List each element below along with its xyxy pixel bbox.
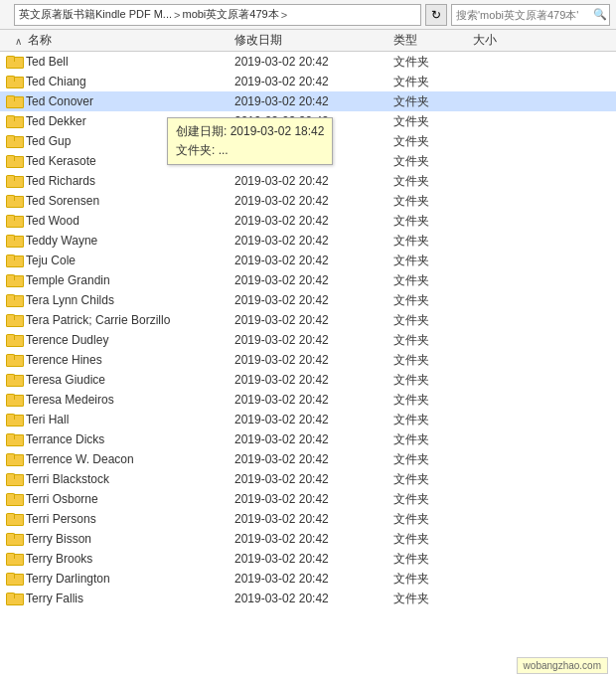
file-date: 2019-03-02 20:42 bbox=[234, 313, 393, 327]
file-name: Ted Wood bbox=[26, 214, 234, 228]
table-row[interactable]: Terrence W. Deacon2019-03-02 20:42文件夹 bbox=[0, 449, 616, 469]
file-type: 文件夹 bbox=[393, 193, 473, 210]
file-name: Terri Osborne bbox=[26, 492, 234, 506]
table-row[interactable]: Teresa Medeiros2019-03-02 20:42文件夹 bbox=[0, 390, 616, 410]
table-row[interactable]: Terry Darlington2019-03-02 20:42文件夹 bbox=[0, 569, 616, 589]
folder-icon bbox=[6, 453, 22, 466]
col-header-date[interactable]: 修改日期 bbox=[234, 32, 393, 49]
file-type: 文件夹 bbox=[393, 332, 473, 349]
folder-icon bbox=[6, 255, 22, 267]
file-name: Terri Blackstock bbox=[26, 472, 234, 486]
folder-icon bbox=[6, 115, 22, 128]
table-row[interactable]: Terry Bisson2019-03-02 20:42文件夹 bbox=[0, 529, 616, 549]
table-row[interactable]: Ted Conover2019-03-02 20:42文件夹 bbox=[0, 91, 616, 111]
table-row[interactable]: Terry Brooks2019-03-02 20:42文件夹 bbox=[0, 549, 616, 569]
file-type: 文件夹 bbox=[393, 531, 473, 548]
table-row[interactable]: Terence Hines2019-03-02 20:42文件夹 bbox=[0, 350, 616, 370]
folder-icon bbox=[6, 235, 22, 248]
table-row[interactable]: Terri Blackstock2019-03-02 20:42文件夹 bbox=[0, 469, 616, 489]
folder-icon bbox=[6, 414, 22, 426]
file-type: 文件夹 bbox=[393, 173, 473, 190]
search-icon[interactable]: 🔍 bbox=[593, 8, 607, 21]
col-header-type[interactable]: 类型 bbox=[393, 32, 473, 49]
file-type: 文件夹 bbox=[393, 113, 473, 130]
table-row[interactable]: Ted Richards2019-03-02 20:42文件夹 bbox=[0, 171, 616, 191]
file-type: 文件夹 bbox=[393, 372, 473, 389]
table-row[interactable]: Teddy Wayne2019-03-02 20:42文件夹 bbox=[0, 231, 616, 251]
table-row[interactable]: Temple Grandin2019-03-02 20:42文件夹 bbox=[0, 270, 616, 290]
file-name: Teresa Giudice bbox=[26, 373, 234, 387]
file-name: Teresa Medeiros bbox=[26, 393, 234, 407]
folder-icon bbox=[6, 513, 22, 526]
col-header-size[interactable]: 大小 bbox=[473, 32, 533, 49]
file-name: Ted Chiang bbox=[26, 75, 234, 88]
file-name: Temple Grandin bbox=[26, 273, 234, 287]
file-date: 2019-03-02 20:42 bbox=[234, 333, 393, 347]
file-name: Terrence W. Deacon bbox=[26, 452, 234, 466]
file-date: 2019-03-02 20:42 bbox=[234, 353, 393, 367]
table-row[interactable]: Teri Hall2019-03-02 20:42文件夹 bbox=[0, 410, 616, 429]
search-input[interactable] bbox=[456, 9, 593, 21]
file-type: 文件夹 bbox=[393, 233, 473, 250]
table-row[interactable]: Ted Wood2019-03-02 20:42文件夹 bbox=[0, 211, 616, 231]
folder-icon bbox=[6, 473, 22, 486]
file-name: Terry Bisson bbox=[26, 532, 234, 546]
file-name: Ted Richards bbox=[26, 174, 234, 188]
folder-icon bbox=[6, 374, 22, 387]
folder-icon bbox=[6, 314, 22, 327]
file-date: 2019-03-02 20:42 bbox=[234, 452, 393, 466]
file-type: 文件夹 bbox=[393, 511, 473, 528]
file-date: 2019-03-02 20:42 bbox=[234, 194, 393, 208]
file-date: 2019-03-02 20:42 bbox=[234, 472, 393, 486]
refresh-button[interactable]: ↻ bbox=[425, 4, 447, 26]
table-row[interactable]: Ted Sorensen2019-03-02 20:42文件夹 bbox=[0, 191, 616, 211]
table-row[interactable]: Teju Cole2019-03-02 20:42文件夹 bbox=[0, 251, 616, 270]
file-name: Terry Brooks bbox=[26, 552, 234, 566]
path-segment-1: 英文原著版书籍Kindle PDF M... bbox=[19, 7, 172, 22]
table-row[interactable]: Ted Bell2019-03-02 20:42文件夹 bbox=[0, 52, 616, 72]
file-type: 文件夹 bbox=[393, 253, 473, 269]
file-name: Terry Darlington bbox=[26, 572, 234, 586]
table-row[interactable]: Tera Patrick; Carrie Borzillo2019-03-02 … bbox=[0, 310, 616, 330]
folder-icon bbox=[6, 215, 22, 228]
table-row[interactable]: Teresa Giudice2019-03-02 20:42文件夹 bbox=[0, 370, 616, 390]
file-type: 文件夹 bbox=[393, 551, 473, 568]
file-name: Teddy Wayne bbox=[26, 234, 234, 248]
table-row[interactable]: Terri Persons2019-03-02 20:42文件夹 bbox=[0, 509, 616, 529]
file-date: 2019-03-02 20:42 bbox=[234, 592, 393, 605]
file-date: 2019-03-02 20:42 bbox=[234, 273, 393, 287]
file-date: 2019-03-02 20:42 bbox=[234, 55, 393, 69]
file-date: 2019-03-02 20:42 bbox=[234, 94, 393, 108]
search-bar[interactable]: 🔍 bbox=[451, 4, 610, 26]
file-name: Terri Persons bbox=[26, 512, 234, 526]
col-header-name[interactable]: 名称 bbox=[6, 32, 234, 49]
file-name: Terence Dudley bbox=[26, 333, 234, 347]
file-type: 文件夹 bbox=[393, 591, 473, 607]
file-date: 2019-03-02 20:42 bbox=[234, 214, 393, 228]
path-separator-1: > bbox=[174, 9, 180, 21]
table-row[interactable]: Terence Dudley2019-03-02 20:42文件夹 bbox=[0, 330, 616, 350]
path-segment-2: mobi英文原著479本 bbox=[182, 7, 278, 22]
file-type: 文件夹 bbox=[393, 272, 473, 289]
folder-icon bbox=[6, 175, 22, 188]
file-type: 文件夹 bbox=[393, 93, 473, 110]
column-headers: ∧ 名称 修改日期 类型 大小 bbox=[0, 30, 616, 52]
file-type: 文件夹 bbox=[393, 412, 473, 428]
file-type: 文件夹 bbox=[393, 491, 473, 508]
file-date: 2019-03-02 20:42 bbox=[234, 532, 393, 546]
table-row[interactable]: Terri Osborne2019-03-02 20:42文件夹 bbox=[0, 489, 616, 509]
file-type: 文件夹 bbox=[393, 431, 473, 448]
folder-icon bbox=[6, 394, 22, 407]
file-date: 2019-03-02 20:42 bbox=[234, 572, 393, 586]
file-name: Ted Bell bbox=[26, 55, 234, 69]
address-path[interactable]: 英文原著版书籍Kindle PDF M... > mobi英文原著479本 > bbox=[14, 4, 421, 26]
folder-icon bbox=[6, 76, 22, 88]
file-type: 文件夹 bbox=[393, 153, 473, 170]
table-row[interactable]: Ted Chiang2019-03-02 20:42文件夹 bbox=[0, 72, 616, 91]
folder-icon bbox=[6, 274, 22, 287]
file-type: 文件夹 bbox=[393, 133, 473, 150]
table-row[interactable]: Terry Fallis2019-03-02 20:42文件夹 bbox=[0, 589, 616, 608]
file-date: 2019-03-02 20:42 bbox=[234, 234, 393, 248]
table-row[interactable]: Tera Lynn Childs2019-03-02 20:42文件夹 bbox=[0, 290, 616, 310]
table-row[interactable]: Terrance Dicks2019-03-02 20:42文件夹 bbox=[0, 429, 616, 449]
